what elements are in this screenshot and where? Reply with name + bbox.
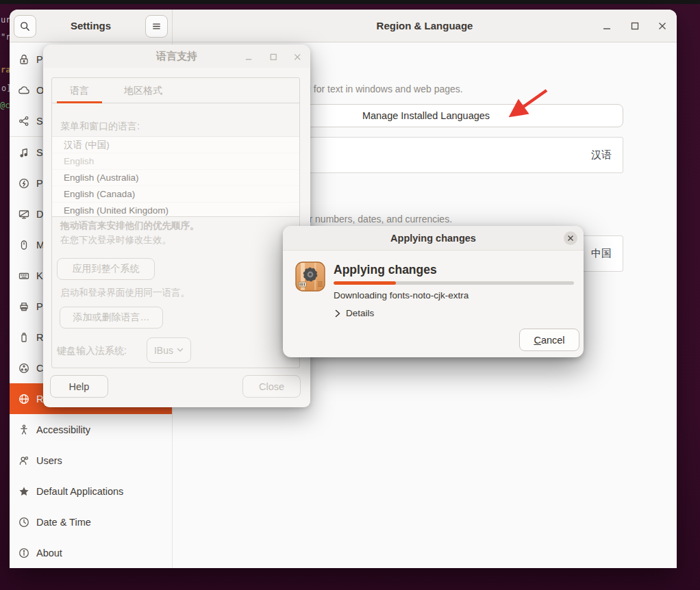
cancel-button[interactable]: Cancel xyxy=(519,329,579,351)
search-button[interactable] xyxy=(14,15,36,38)
terminal-fragment: @c xyxy=(0,101,10,110)
language-support-notebook: 语言 地区格式 菜单和窗口的语言: 汉语 (中国) English Englis… xyxy=(51,77,300,368)
menu-button[interactable] xyxy=(145,15,168,38)
chevron-down-icon xyxy=(177,348,184,352)
applying-changes-titlebar: Applying changes xyxy=(283,226,584,251)
apply-hint: 启动和登录界面使用同一语言。 xyxy=(60,287,190,299)
keyboard-icon xyxy=(18,270,30,282)
language-value: 汉语 xyxy=(591,149,623,162)
maximize-icon xyxy=(630,21,640,31)
accessibility-icon xyxy=(18,424,30,436)
list-item[interactable]: English (United Kingdom) xyxy=(52,203,299,217)
tab-regional-formats[interactable]: 地区格式 xyxy=(118,78,168,103)
music-note-icon xyxy=(18,146,30,159)
dialog-close-button[interactable] xyxy=(290,50,304,64)
lock-icon xyxy=(18,53,30,66)
dialog-title: Applying changes xyxy=(283,233,584,244)
dialog-minimize-button[interactable] xyxy=(242,50,255,64)
maximize-button[interactable] xyxy=(628,19,642,33)
applying-changes-dialog: Applying changes xyxy=(283,226,584,357)
maximize-icon xyxy=(269,53,278,62)
star-icon xyxy=(18,485,30,498)
language-support-dialog: 语言支持 语言 地区格式 菜单和窗口的语言: 汉语 (中国) English xyxy=(43,44,310,407)
desktop: ur "r ra o] @c Settings Region & Languag… xyxy=(0,0,700,590)
progress-fill xyxy=(334,281,396,285)
usb-icon xyxy=(18,331,30,344)
list-item[interactable]: English (Australia) xyxy=(52,170,299,186)
top-panel xyxy=(0,0,700,4)
globe-icon xyxy=(18,393,30,405)
close-icon xyxy=(567,235,574,242)
menu-language-label: 菜单和窗口的语言: xyxy=(60,120,140,133)
power-icon xyxy=(18,177,30,190)
mouse-icon xyxy=(18,239,30,251)
minimize-icon xyxy=(245,53,253,62)
printer-icon xyxy=(18,300,30,313)
users-icon xyxy=(18,454,30,467)
minimize-icon xyxy=(602,21,612,31)
minimize-button[interactable] xyxy=(600,19,614,33)
annotation-arrow xyxy=(479,81,555,129)
add-remove-languages-button[interactable]: 添加或删除语言… xyxy=(60,307,163,329)
applying-changes-heading: Applying changes xyxy=(334,263,437,277)
list-item[interactable]: English xyxy=(52,153,299,170)
download-status: Downloading fonts-noto-cjk-extra xyxy=(334,290,468,300)
ime-system-label: 键盘输入法系统: xyxy=(57,345,127,357)
dialog-close-button[interactable] xyxy=(564,231,577,245)
sidebar-item-users[interactable]: Users xyxy=(10,445,172,476)
share-icon xyxy=(18,115,30,127)
drag-hint-line1: 拖动语言来安排他们的优先顺序。 xyxy=(60,220,199,232)
sidebar-item-default-applications[interactable]: Default Applications xyxy=(10,476,172,506)
display-icon xyxy=(18,208,30,220)
cloud-icon xyxy=(18,84,30,97)
drag-hint-line2: 在您下次登录时修改生效。 xyxy=(60,234,171,246)
tab-language[interactable]: 语言 xyxy=(57,78,102,103)
sidebar-item-accessibility[interactable]: Accessibility xyxy=(10,414,172,445)
ime-dropdown[interactable]: IBus xyxy=(147,337,191,363)
close-button[interactable] xyxy=(655,19,669,33)
list-item[interactable]: 汉语 (中国) xyxy=(52,137,299,153)
formats-value: 中国 xyxy=(591,247,623,260)
help-button[interactable]: Help xyxy=(50,375,108,398)
clock-icon xyxy=(18,516,30,528)
tab-bar: 语言 地区格式 xyxy=(52,78,299,103)
close-icon xyxy=(293,53,302,62)
apply-system-wide-button[interactable]: 应用到整个系统 xyxy=(57,258,155,280)
sidebar-item-date-time[interactable]: Date & Time xyxy=(10,506,172,537)
software-properties-icon xyxy=(295,261,325,292)
dialog-close-action-button[interactable]: Close xyxy=(242,375,301,398)
list-item[interactable]: English (Canada) xyxy=(52,186,299,203)
info-icon xyxy=(18,547,30,559)
color-icon xyxy=(18,362,30,374)
progress-bar xyxy=(334,281,574,285)
search-icon xyxy=(19,21,31,32)
sidebar-item-about[interactable]: About xyxy=(10,537,172,568)
chevron-right-icon xyxy=(335,309,340,318)
language-priority-list[interactable]: 汉语 (中国) English English (Australia) Engl… xyxy=(52,136,299,217)
hamburger-icon xyxy=(151,21,162,32)
dialog-maximize-button[interactable] xyxy=(266,50,280,64)
close-icon xyxy=(658,21,667,31)
details-expander[interactable]: Details xyxy=(335,308,374,318)
